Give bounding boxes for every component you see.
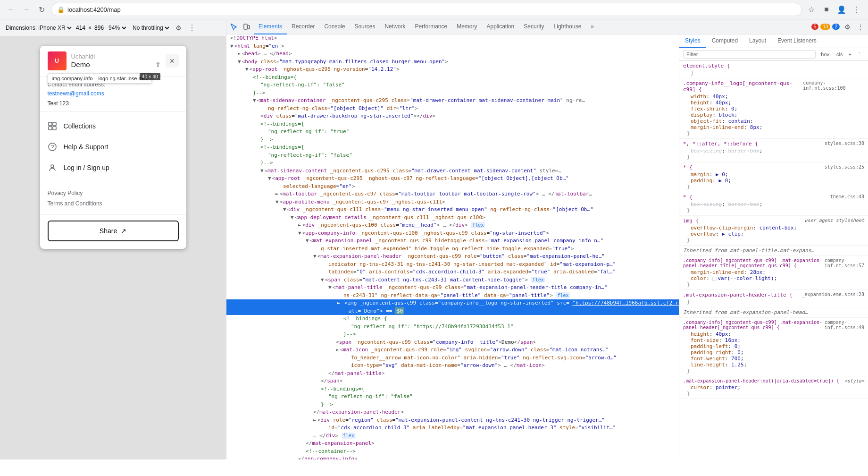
network-conditions-icon[interactable]: ⚙: [174, 23, 184, 33]
login-nav-item[interactable]: Log in / Sign up: [40, 157, 186, 178]
close-button[interactable]: ✕: [166, 54, 179, 68]
html-binding1c: }-->: [226, 89, 679, 97]
inh1-selector[interactable]: .company-info[_ngcontent-qus-c99] .mat-e…: [683, 258, 825, 268]
app-header: U Uchahidi Demo ⇧ ✕: [40, 46, 186, 76]
url-lock-icon: 🔒: [57, 6, 65, 13]
help-support-nav-item[interactable]: ? Help & Support: [40, 136, 186, 157]
cursor-source[interactable]: <style>: [844, 378, 864, 384]
styles-tab-events[interactable]: Event Listeners: [772, 34, 822, 48]
html-mat-icon: ►<mat-icon _ngcontent-qus-c99 role="img"…: [226, 346, 679, 354]
logo-source[interactable]: company-inf.nt.scss:100: [803, 80, 864, 94]
warning-badge: 13: [820, 24, 830, 30]
star1-source[interactable]: styles.scss:30: [825, 141, 864, 148]
device-toolbar-button[interactable]: [241, 21, 252, 33]
profile-button[interactable]: 👤: [836, 4, 847, 15]
height-value: 896: [94, 25, 104, 31]
url-input[interactable]: [67, 6, 796, 13]
refresh-button[interactable]: ↻: [36, 4, 47, 15]
tab-elements[interactable]: Elements: [254, 19, 287, 34]
more-styles-btn[interactable]: ⋮: [855, 51, 864, 59]
bookmark-button[interactable]: ☆: [806, 4, 817, 15]
device-selector[interactable]: Dimensions: iPhone XR: [4, 24, 73, 32]
tab-sources[interactable]: Sources: [350, 19, 380, 34]
tab-recorder[interactable]: Recorder: [287, 19, 319, 34]
img-selector[interactable]: img {: [683, 218, 699, 224]
html-sidenav: ▼<mat-sidenav-container _ngcontent-qus-c…: [226, 97, 679, 105]
styles-tab-computed[interactable]: Computed: [706, 34, 743, 48]
privacy-link[interactable]: Privacy Policy: [48, 188, 179, 198]
html-binding4: <!--bindings={: [226, 315, 679, 323]
terms-link[interactable]: Terms and Conditions: [48, 198, 179, 209]
inh1-source[interactable]: company-inf.nt.scss:57: [825, 258, 864, 269]
styles-rule-star2: * { styles.scss:25 margin: ▶ 0; padding:…: [679, 162, 868, 192]
star2-source[interactable]: styles.scss:25: [825, 164, 864, 171]
tab-lighthouse[interactable]: Lighthouse: [549, 19, 586, 34]
element-style-selector: element.style {: [683, 63, 864, 69]
login-label: Log in / Sign up: [64, 164, 109, 171]
star3-selector[interactable]: * {: [683, 194, 693, 200]
exp-title-selector[interactable]: .mat-expansion-panel-header-title {: [683, 292, 793, 298]
prop-height-mph: height: 40px;: [683, 331, 864, 337]
collections-nav-item[interactable]: Collections: [40, 116, 186, 136]
logo-selector[interactable]: .company-info__logo[_ngcontent-qus-c99] …: [683, 80, 803, 93]
html-binding4c: }-->: [226, 331, 679, 339]
hov-button[interactable]: :hov: [818, 51, 831, 58]
tab-console[interactable]: Console: [319, 19, 350, 34]
test-id: Test 123: [40, 100, 186, 111]
html-pt2: ns-c243-31" ng-reflect-data-qa="panel-ti…: [226, 292, 679, 300]
star1-selector[interactable]: *, *::after, *::before {: [683, 141, 758, 147]
tab-application[interactable]: Application: [482, 19, 519, 34]
exp-title-source[interactable]: _expansion.eme.scss:28: [802, 292, 864, 299]
zoom-selector[interactable]: 94%: [107, 24, 128, 32]
menu-button[interactable]: ⋮: [851, 4, 862, 15]
extension-button[interactable]: ■: [821, 4, 832, 15]
styles-tab-styles[interactable]: Styles: [679, 34, 706, 48]
html-binding4b: "ng-reflect-ng-if": "https://748b94fd172…: [226, 323, 679, 331]
forward-button[interactable]: →: [21, 4, 32, 15]
company-logo: U: [48, 51, 67, 70]
html-expansion: ▼<mat-expansion-panel _ngcontent-qus-c99…: [226, 237, 679, 245]
contact-email[interactable]: testnews@gmail.coms: [48, 90, 104, 97]
html-panel[interactable]: <!DOCTYPE html> ▼<html lang="en"> ►<head…: [226, 34, 679, 459]
collections-label: Collections: [64, 122, 96, 130]
plus-button[interactable]: +: [847, 51, 853, 58]
grid-icon: [48, 121, 57, 131]
html-head: ►<head> … </head>: [226, 50, 679, 58]
styles-tab-layout[interactable]: Layout: [743, 34, 772, 48]
styles-rule-expansion-title: .mat-expansion-panel-header-title { _exp…: [679, 290, 868, 307]
cls-button[interactable]: .cls: [833, 51, 845, 58]
devtools-more-button[interactable]: ⋮: [855, 21, 866, 33]
html-toolbar: ►<mat-toolbar _ngcontent-qus-c97 class="…: [226, 190, 679, 198]
styles-panel-tabs: Styles Computed Layout Event Listeners: [679, 34, 868, 48]
star3-source[interactable]: theme.css:48: [830, 194, 864, 201]
cursor-selector[interactable]: .mat-expansion-panel-header:not([aria-di…: [683, 378, 839, 383]
html-img-selected[interactable]: ► <img _ngcontent-qus-c99 class="company…: [226, 299, 679, 307]
html-panel-title: ▼<mat-panel-title _ngcontent-qus-c99 cla…: [226, 284, 679, 292]
tab-performance[interactable]: Performance: [410, 19, 452, 34]
tab-security[interactable]: Security: [519, 19, 549, 34]
inspect-element-button[interactable]: [228, 21, 240, 33]
mph-source[interactable]: company-inf.nt.scss:49: [825, 320, 864, 331]
back-button[interactable]: ←: [6, 4, 17, 15]
html-binding2c: }-->: [226, 136, 679, 144]
styles-rule-inherited1: .company-info[_ngcontent-qus-c99] .mat-e…: [679, 256, 868, 290]
exp-title-close: }: [683, 299, 864, 305]
company-row: Demo ⇧: [71, 60, 161, 68]
star2-selector[interactable]: * {: [683, 164, 693, 170]
html-sidenav-content: ▼<mat-sidenav-content _ngcontent-qus-c29…: [226, 167, 679, 175]
prop-margin-inline-end: margin-inline-end: 8px;: [683, 124, 864, 130]
emulation-more-btn[interactable]: ⋮: [186, 22, 198, 33]
mph-selector[interactable]: .company-info[_ngcontent-qus-c99] .mat-e…: [683, 320, 825, 330]
tab-memory[interactable]: Memory: [452, 19, 482, 34]
share-button[interactable]: Share ↗: [48, 221, 179, 241]
devtools-settings-button[interactable]: ⚙: [842, 21, 853, 33]
dimension-x: ×: [88, 25, 92, 31]
styles-filter-input[interactable]: [683, 50, 816, 59]
throttle-selector[interactable]: No throttling: [131, 24, 171, 32]
tab-network[interactable]: Network: [380, 19, 410, 34]
tab-more[interactable]: »: [586, 19, 599, 34]
company-initials: U: [55, 58, 59, 64]
svg-rect-8: [248, 26, 250, 29]
company-name: Demo: [71, 60, 153, 68]
svg-rect-1: [53, 122, 56, 126]
